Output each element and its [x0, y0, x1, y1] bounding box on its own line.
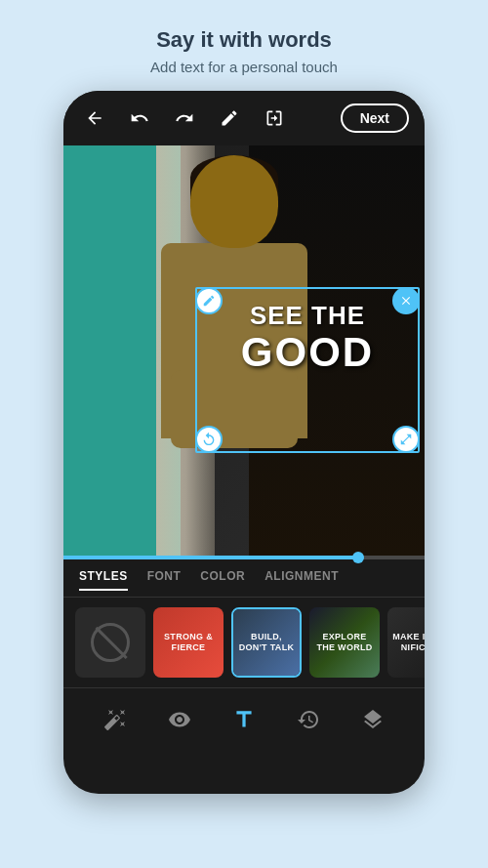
preview-button[interactable]: [160, 700, 199, 739]
style-card-text-3: EXPLORETHE WORLD: [316, 632, 372, 653]
style-item-build-dont-talk[interactable]: BUILD,DON'T TALK: [231, 607, 302, 678]
top-bar: Next: [63, 91, 425, 145]
image-area: SEE THE GOOD: [63, 145, 425, 556]
page-subtitle: Add text for a personal touch: [150, 59, 338, 75]
style-tabs: STYLES FONT COLOR ALIGNMENT: [63, 559, 425, 598]
style-card-text-1: STRONG &FIERCE: [164, 632, 213, 653]
history-button[interactable]: [289, 700, 328, 739]
bottom-toolbar: [63, 687, 425, 751]
style-card-text-2: BUILD,DON'T TALK: [239, 632, 294, 653]
style-item-explore-world[interactable]: EXPLORETHE WORLD: [309, 607, 380, 678]
style-card-1: STRONG &FIERCE: [153, 607, 224, 678]
style-item-strong-fierce[interactable]: STRONG &FIERCE: [153, 607, 224, 678]
magic-tool-button[interactable]: [96, 700, 135, 739]
close-handle[interactable]: [392, 287, 420, 314]
style-card-4: MAKE IT SIG-NIFICANT: [387, 607, 425, 678]
bottom-panel: STYLES FONT COLOR ALIGNMENT STRONG &FIER…: [63, 559, 425, 751]
back-button[interactable]: [79, 103, 110, 134]
undo-button[interactable]: [124, 103, 155, 134]
scale-handle[interactable]: [392, 426, 420, 453]
edit-handle[interactable]: [195, 287, 223, 314]
tab-color[interactable]: COLOR: [200, 569, 245, 591]
layers-button[interactable]: [353, 700, 392, 739]
progress-bar-fill: [63, 556, 359, 559]
text-selection-box: [195, 287, 420, 453]
style-item-make-significant[interactable]: MAKE IT SIG-NIFICANT: [387, 607, 425, 678]
top-bar-left: [79, 103, 290, 134]
tab-styles[interactable]: STYLES: [79, 569, 128, 591]
style-item-none[interactable]: [75, 607, 145, 678]
style-card-2: BUILD,DON'T TALK: [233, 609, 300, 676]
person-head: [190, 155, 278, 248]
phone-frame: Next: [63, 91, 425, 794]
page-header: Say it with words Add text for a persona…: [131, 0, 357, 91]
style-items-list: STRONG &FIERCE BUILD,DON'T TALK EXPLORET…: [63, 598, 425, 687]
top-bar-right: Next: [341, 103, 409, 133]
rotate-handle[interactable]: [195, 426, 223, 453]
style-card-text-4: MAKE IT SIG-NIFICANT: [392, 632, 425, 653]
pen-button[interactable]: [214, 103, 245, 134]
text-tool-button[interactable]: [224, 700, 264, 739]
none-icon: [91, 623, 130, 662]
style-card-3: EXPLORETHE WORLD: [309, 607, 380, 678]
tab-alignment[interactable]: ALIGNMENT: [264, 569, 339, 591]
text-overlay[interactable]: SEE THE GOOD: [210, 302, 405, 438]
next-button[interactable]: Next: [341, 103, 409, 133]
page-title: Say it with words: [150, 27, 338, 53]
progress-bar-container[interactable]: [63, 556, 425, 559]
tab-font[interactable]: FONT: [147, 569, 182, 591]
compare-button[interactable]: [259, 103, 290, 134]
redo-button[interactable]: [169, 103, 200, 134]
